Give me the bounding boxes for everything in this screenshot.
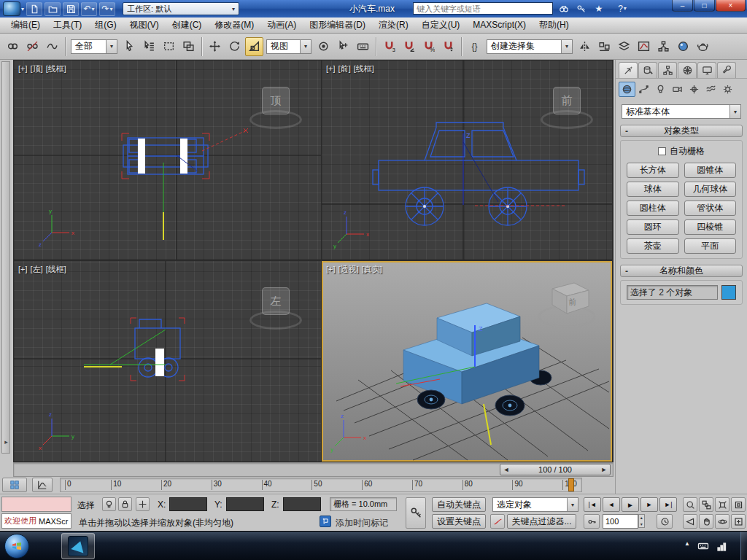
sign-in-button[interactable] xyxy=(573,1,589,15)
subtab-shapes[interactable] xyxy=(635,82,652,97)
subtab-lights[interactable] xyxy=(652,82,669,97)
orbit-button[interactable] xyxy=(715,514,729,529)
minimize-button[interactable]: – xyxy=(672,0,693,12)
time-tag-icon[interactable] xyxy=(320,516,331,527)
redo-dropdown-icon[interactable]: ▾ xyxy=(110,6,113,12)
viewcube-ghost[interactable]: 顶 xyxy=(255,85,296,126)
bind-to-space-warp-button[interactable] xyxy=(43,37,61,56)
x-coordinate-field[interactable] xyxy=(169,497,207,511)
undo-button[interactable]: ↶ ▾ xyxy=(81,2,97,16)
zoom-extents-all-button[interactable] xyxy=(731,497,746,512)
workspace-dropdown[interactable]: 工作区: 默认 ▾ xyxy=(123,2,239,15)
pyramid-button[interactable]: 四棱锥 xyxy=(684,219,737,235)
favorites-button[interactable]: ★ xyxy=(591,1,607,15)
curve-editor-button[interactable] xyxy=(635,37,653,56)
frame-ruler[interactable]: 0 10 20 30 40 50 60 70 80 90 100 xyxy=(60,478,582,492)
sphere-button[interactable]: 球体 xyxy=(627,182,679,197)
show-hidden-icons-button[interactable]: ▲ xyxy=(684,539,690,547)
subtab-cameras[interactable] xyxy=(669,82,686,97)
viewport-shading-button[interactable]: [真实] xyxy=(362,265,382,273)
isolate-selection-toggle[interactable] xyxy=(102,497,116,511)
previous-frame-button[interactable]: ◄ xyxy=(603,497,620,512)
key-filters-button[interactable]: 关键点过滤器... xyxy=(507,514,576,529)
select-by-name-button[interactable] xyxy=(140,37,158,56)
menu-maxscript[interactable]: MAXScript(X) xyxy=(466,18,533,33)
field-of-view-button[interactable] xyxy=(683,514,697,529)
reference-coordinate-dropdown[interactable]: 视图 ▾ xyxy=(266,39,311,54)
primitive-category-dropdown[interactable]: 标准基本体 ▾ xyxy=(622,104,741,119)
viewport-left[interactable]: [+] [左] [线框] 左 xyxy=(14,261,321,462)
help-button[interactable]: ? ▾ xyxy=(611,1,633,15)
maximize-viewport-toggle[interactable] xyxy=(731,514,746,529)
named-selection-sets-dropdown[interactable]: 创建选择集 ▾ xyxy=(487,39,573,54)
zoom-button[interactable] xyxy=(683,497,697,512)
viewport-shading-button[interactable]: [线框] xyxy=(354,64,374,73)
plane-button[interactable]: 平面 xyxy=(684,238,737,254)
select-and-manipulate-button[interactable] xyxy=(334,37,352,56)
maximize-button[interactable]: □ xyxy=(694,0,715,12)
next-frame-arrow[interactable]: ► xyxy=(598,466,610,473)
render-setup-button[interactable] xyxy=(694,37,712,56)
percent-snap-toggle[interactable]: % xyxy=(419,37,438,56)
angle-snap-toggle[interactable] xyxy=(400,37,418,56)
menu-edit[interactable]: 编辑(E) xyxy=(4,18,47,33)
menu-rendering[interactable]: 渲染(R) xyxy=(372,18,415,33)
next-frame-button[interactable]: ► xyxy=(640,497,658,512)
viewport-shading-button[interactable]: [线框] xyxy=(46,64,66,73)
viewport-menu-button[interactable]: [+] xyxy=(18,64,28,73)
default-tangent-button[interactable] xyxy=(490,514,505,529)
align-button[interactable] xyxy=(595,37,614,56)
add-time-tag-label[interactable]: 添加时间标记 xyxy=(336,517,388,529)
edit-named-selection-sets-button[interactable]: {} xyxy=(465,37,484,56)
current-frame-marker[interactable] xyxy=(568,478,574,491)
set-keys-button[interactable] xyxy=(406,497,426,529)
tab-create[interactable] xyxy=(619,62,638,78)
mirror-button[interactable] xyxy=(576,37,594,56)
schematic-view-button[interactable] xyxy=(654,37,673,56)
show-desktop-button[interactable] xyxy=(740,532,747,560)
viewport-menu-button[interactable]: [+] xyxy=(326,64,336,73)
close-button[interactable]: × xyxy=(716,0,746,12)
search-button[interactable] xyxy=(556,1,572,15)
select-object-button[interactable] xyxy=(120,37,139,56)
object-color-swatch[interactable] xyxy=(721,285,736,300)
viewcube-ghost[interactable]: 左 xyxy=(255,286,296,327)
select-and-rotate-button[interactable] xyxy=(225,37,244,56)
rectangular-selection-region-button[interactable] xyxy=(160,37,178,56)
maxscript-listener-pink[interactable] xyxy=(1,497,71,512)
left-dock-strip[interactable]: ▸ xyxy=(1,61,10,454)
select-and-scale-button[interactable] xyxy=(245,37,263,56)
selection-lock-toggle[interactable] xyxy=(118,497,132,511)
subtab-helpers[interactable] xyxy=(686,82,703,97)
viewport-name-button[interactable]: [顶] xyxy=(31,64,43,73)
go-to-start-button[interactable]: |◄ xyxy=(584,497,601,512)
play-button[interactable]: ► xyxy=(622,497,639,512)
autogrid-checkbox[interactable] xyxy=(658,147,666,155)
save-file-button[interactable] xyxy=(63,2,79,16)
viewport-layout-tabs-button[interactable] xyxy=(2,478,27,492)
y-input[interactable] xyxy=(226,497,264,511)
mini-curve-editor-button[interactable] xyxy=(32,478,53,492)
time-slider[interactable]: ◄ 100 / 100 ► xyxy=(13,462,614,477)
select-and-move-button[interactable] xyxy=(206,37,224,56)
key-mode-toggle[interactable] xyxy=(584,514,600,529)
cylinder-button[interactable]: 圆柱体 xyxy=(627,201,679,216)
box-button[interactable]: 长方体 xyxy=(627,163,679,178)
frame-spinner[interactable]: ▴▾ xyxy=(638,514,645,528)
spinner-snap-toggle[interactable] xyxy=(439,37,457,56)
teapot-button[interactable]: 茶壶 xyxy=(627,238,679,254)
layer-manager-button[interactable] xyxy=(615,37,633,56)
3dsmax-logo[interactable] xyxy=(3,1,20,16)
viewport-top[interactable]: [+] [顶] [线框] 顶 xyxy=(14,61,321,260)
undo-dropdown-icon[interactable]: ▾ xyxy=(92,6,95,12)
window-crossing-toggle[interactable] xyxy=(179,37,198,56)
input-method-tray-icon[interactable] xyxy=(697,540,709,552)
menu-customize[interactable]: 自定义(U) xyxy=(415,18,467,33)
tab-utilities[interactable] xyxy=(717,62,736,78)
help-dropdown-icon[interactable]: ▾ xyxy=(624,5,627,12)
tab-display[interactable] xyxy=(697,62,716,78)
expand-strip-button[interactable]: ▸ xyxy=(3,437,9,447)
menu-create[interactable]: 创建(C) xyxy=(166,18,209,33)
snaps-toggle-3d[interactable]: 3 xyxy=(380,37,398,56)
geosphere-button[interactable]: 几何球体 xyxy=(684,182,737,197)
